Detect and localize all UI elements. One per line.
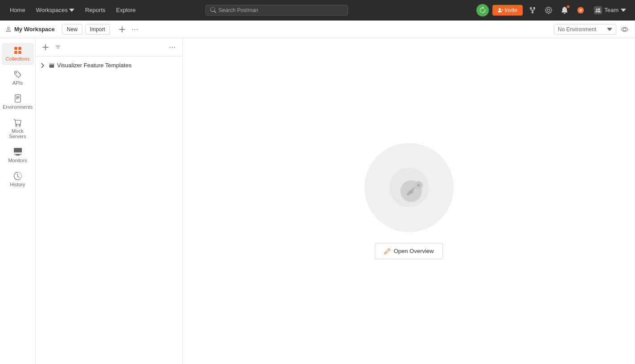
gear-icon: [545, 7, 552, 14]
sidebar-item-environments[interactable]: Environments: [2, 91, 34, 113]
filter-icon: [55, 44, 61, 50]
nav-workspaces[interactable]: Workspaces: [32, 4, 79, 16]
panel-plus-icon: [42, 44, 49, 50]
fork-icon: [529, 7, 536, 14]
search-placeholder: Search Postman: [219, 7, 258, 13]
workspace-actions: New Import: [62, 24, 110, 35]
notification-badge: [566, 5, 570, 8]
tab-add-button[interactable]: [117, 25, 127, 34]
env-selector[interactable]: No Environment: [554, 24, 616, 35]
invite-button[interactable]: Invite: [492, 5, 523, 16]
panel-add-button[interactable]: [40, 42, 51, 53]
user-icon: [5, 26, 12, 33]
team-avatar-icon: [595, 8, 601, 13]
collections-label: Collections: [6, 56, 30, 61]
team-avatar: [594, 6, 602, 14]
panel-more-button[interactable]: ···: [167, 42, 178, 53]
apis-label: APIs: [12, 80, 23, 86]
postman-logo: [577, 7, 584, 14]
apis-icon: [14, 70, 22, 78]
main-content: Open Overview: [183, 38, 635, 364]
sidebar-icons: Collections APIs Environments Mock Serve…: [0, 38, 36, 364]
open-overview-label: Open Overview: [394, 248, 434, 254]
plus-icon: [119, 26, 125, 33]
team-label: Team: [604, 7, 619, 13]
sidebar-item-monitors[interactable]: Monitors: [2, 144, 34, 167]
collections-panel: ··· Visualizer Feature Templates: [36, 38, 183, 364]
search-bar[interactable]: Search Postman: [205, 5, 348, 16]
search-icon: [210, 7, 216, 13]
workspaces-label: Workspaces: [36, 7, 68, 13]
main-layout: Collections APIs Environments Mock Serve…: [0, 38, 635, 364]
collection-folder-icon: [49, 63, 54, 68]
sidebar-item-mock-servers[interactable]: Mock Servers: [2, 115, 34, 143]
nav-home[interactable]: Home: [5, 4, 30, 16]
workspace-name[interactable]: My Workspace: [5, 26, 55, 33]
env-selector-label: No Environment: [558, 26, 596, 33]
mock-servers-icon: [14, 119, 22, 127]
nav-right-actions: Invite Team: [476, 4, 630, 16]
open-overview-button[interactable]: Open Overview: [375, 243, 443, 259]
settings-icon-btn[interactable]: [542, 4, 555, 16]
tab-more-button[interactable]: ···: [129, 25, 141, 34]
sidebar-item-history[interactable]: History: [2, 168, 34, 191]
collections-list: Visualizer Feature Templates: [36, 57, 182, 364]
panel-filter-button[interactable]: [53, 42, 63, 53]
team-chevron-icon: [621, 8, 626, 13]
chevron-down-icon: [69, 8, 74, 13]
eye-icon: [621, 26, 628, 33]
invite-label: Invite: [505, 7, 518, 13]
new-button[interactable]: New: [62, 24, 82, 35]
invite-icon: [498, 8, 503, 13]
mock-servers-label: Mock Servers: [4, 128, 31, 139]
collection-item-visualizer[interactable]: Visualizer Feature Templates: [36, 59, 182, 71]
tabs-area: ···: [117, 25, 550, 34]
postman-logo-btn[interactable]: [574, 4, 587, 16]
sidebar-item-collections[interactable]: Collections: [2, 43, 34, 65]
collections-icon: [14, 46, 22, 54]
monitors-icon: [14, 148, 22, 156]
history-label: History: [10, 182, 25, 187]
collection-name: Visualizer Feature Templates: [57, 62, 131, 69]
environments-icon: [14, 94, 22, 102]
environments-label: Environments: [3, 104, 33, 110]
env-chevron-icon: [607, 27, 612, 32]
empty-illustration: [365, 143, 454, 232]
top-nav: Home Workspaces Reports Explore Search P…: [0, 0, 635, 20]
edit-icon: [384, 248, 390, 254]
workspace-bar: My Workspace New Import ··· No Environme…: [0, 20, 635, 38]
nav-explore[interactable]: Explore: [112, 4, 140, 16]
empty-state: Open Overview: [365, 143, 454, 259]
panel-toolbar: ···: [36, 38, 182, 57]
monitors-label: Monitors: [8, 158, 27, 163]
empty-state-svg: [389, 168, 429, 208]
eye-button[interactable]: [620, 25, 630, 34]
chevron-right-icon: [41, 63, 46, 68]
sidebar-item-apis[interactable]: APIs: [2, 67, 34, 89]
workspace-name-text: My Workspace: [14, 26, 55, 33]
import-button[interactable]: Import: [85, 24, 110, 35]
notifications-icon-btn[interactable]: [558, 4, 571, 16]
nav-reports[interactable]: Reports: [81, 4, 110, 16]
sync-icon[interactable]: [476, 4, 489, 16]
team-button[interactable]: Team: [590, 4, 630, 16]
history-icon: [14, 172, 22, 180]
sync-svg: [479, 7, 486, 14]
fork-icon-btn[interactable]: [526, 4, 539, 16]
